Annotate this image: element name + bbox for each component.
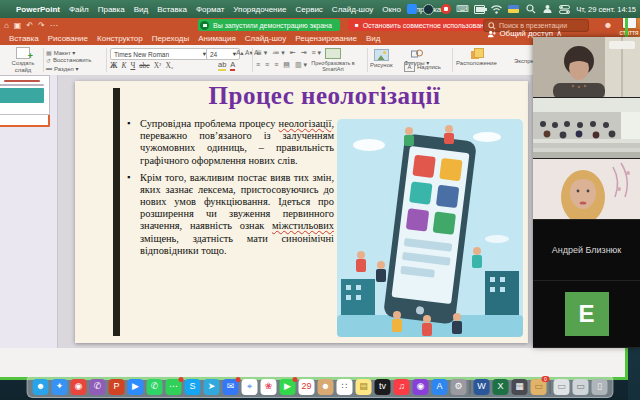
font-size-select[interactable]: 24▾ xyxy=(206,48,240,60)
menubar-item[interactable]: Правка xyxy=(98,5,125,14)
slide-title[interactable]: Процес неологізації xyxy=(127,82,522,110)
menubar-item[interactable]: Вставка xyxy=(157,5,187,14)
menubar-item[interactable]: Сервис xyxy=(295,5,322,14)
dock-app-icon[interactable]: ∷ xyxy=(337,379,353,395)
alignment-button[interactable]: ≡ xyxy=(265,61,269,69)
spotlight-search-icon[interactable] xyxy=(525,4,536,15)
menubar-item[interactable]: Упорядочение xyxy=(233,5,286,14)
dock-app-icon[interactable] xyxy=(470,380,471,394)
menubar-item[interactable]: Файл xyxy=(69,5,89,14)
dock-app-icon[interactable]: ▭ xyxy=(573,379,589,395)
status-circle-icon[interactable] xyxy=(423,4,434,15)
dock-app-icon[interactable]: ⚙ xyxy=(451,379,467,395)
reset-button[interactable]: ↺Восстановить xyxy=(46,57,104,64)
participant-name-tile[interactable]: Андрей Близнюк xyxy=(533,220,640,281)
ribbon-tab[interactable]: Вставка xyxy=(9,34,39,43)
menubar-item[interactable]: Вид xyxy=(134,5,148,14)
menubar-item[interactable]: Формат xyxy=(196,5,224,14)
share-user-icon[interactable]: ☻ xyxy=(600,19,616,31)
menubar-item[interactable]: Окно xyxy=(382,5,401,14)
dock-app-icon[interactable]: W xyxy=(474,379,490,395)
dock-app-icon[interactable]: ✉ xyxy=(223,379,239,395)
ribbon-tab[interactable]: Конструктор xyxy=(97,34,143,43)
dock-app-icon[interactable]: A xyxy=(432,379,448,395)
format-button[interactable]: К xyxy=(121,61,126,70)
dock-app-icon[interactable]: ▭ 0 xyxy=(531,379,547,395)
dock-app-icon[interactable]: ▤ xyxy=(356,379,372,395)
dock-app-icon[interactable]: P xyxy=(109,379,125,395)
format-button[interactable]: Ж xyxy=(110,61,117,70)
dock-app-icon[interactable]: S xyxy=(185,379,201,395)
font-color-button[interactable]: А xyxy=(230,61,235,71)
recording-status-icon[interactable] xyxy=(440,4,451,15)
layout-button[interactable]: ▦Макет ▾ xyxy=(46,49,104,56)
dock-app-icon[interactable]: ❀ xyxy=(261,379,277,395)
alignment-button[interactable]: ≡ xyxy=(256,61,260,69)
app-menu-powerpoint[interactable]: PowerPoint xyxy=(16,5,60,14)
dock-app-icon[interactable]: ✆ xyxy=(90,379,106,395)
qat-button[interactable]: ▣ xyxy=(14,21,22,30)
dock-app-icon[interactable]: tv xyxy=(375,379,391,395)
dock-app-icon[interactable]: ⋯ xyxy=(166,379,182,395)
fast-user-switch-icon[interactable] xyxy=(542,4,553,15)
slide-thumbnail[interactable] xyxy=(0,75,50,115)
participant-avatar-tile[interactable]: E xyxy=(533,281,640,348)
menubar-item[interactable]: Слайд-шоу xyxy=(332,5,373,14)
dock-app-icon[interactable]: X xyxy=(493,379,509,395)
paragraph-button[interactable]: ⇤ xyxy=(290,49,296,57)
dock-app-icon[interactable] xyxy=(550,380,551,394)
highlight-color-button[interactable]: ab xyxy=(218,61,226,71)
dock-app-icon[interactable]: ☻ xyxy=(318,379,334,395)
alignment-button[interactable]: ≡ xyxy=(274,61,278,69)
format-button[interactable]: X² xyxy=(154,61,162,70)
format-button[interactable]: X₂ xyxy=(165,61,173,70)
smartart-button[interactable]: Преобразовать в SmartArt xyxy=(300,45,366,75)
slide-canvas[interactable]: Процес неологізації ▪Супровідна проблема… xyxy=(75,81,528,343)
ukraine-flag-icon[interactable] xyxy=(508,4,519,15)
dock-app-icon[interactable]: ▶ xyxy=(128,379,144,395)
ribbon-tab[interactable]: Анимация xyxy=(198,34,236,43)
ribbon-tab[interactable]: Вид xyxy=(366,34,380,43)
ribbon-tab[interactable]: Рецензирование xyxy=(295,34,357,43)
font-family-select[interactable]: Times New Roman▾ xyxy=(110,48,210,60)
ribbon-tab[interactable]: Слайд-шоу xyxy=(245,34,286,43)
participant-video-blonde-woman[interactable] xyxy=(533,159,640,220)
paragraph-button[interactable]: ≔ ▾ xyxy=(272,49,284,57)
dock-app-icon[interactable]: ✦ xyxy=(52,379,68,395)
dock-app-icon[interactable]: ◉ xyxy=(413,379,429,395)
insert-textbox-button[interactable]: A Надпись xyxy=(404,62,441,72)
dock-app-icon[interactable]: ▯ xyxy=(592,379,608,395)
dock-app-icon[interactable]: ➤ xyxy=(204,379,220,395)
dock-app-icon[interactable]: ▶ xyxy=(280,379,296,395)
dock-app-icon[interactable]: ☻ xyxy=(33,379,49,395)
participant-video-classroom[interactable] xyxy=(533,98,640,159)
arrange-button[interactable]: Расположение xyxy=(456,48,497,66)
new-slide-button[interactable]: Создать слайд xyxy=(4,45,42,75)
dock-app-icon[interactable]: ◉ xyxy=(71,379,87,395)
battery-icon[interactable] xyxy=(474,4,485,15)
dock-app-icon[interactable]: ▦ xyxy=(512,379,528,395)
control-center-icon[interactable] xyxy=(559,4,570,15)
dock-app-icon[interactable]: ✆ xyxy=(147,379,163,395)
alignment-button[interactable]: ▤ xyxy=(283,61,290,69)
stop-sharing-button[interactable]: ■ Остановить совместное использование xyxy=(348,19,499,31)
keyboard-icon[interactable]: ⌨ xyxy=(457,4,468,15)
paragraph-button[interactable]: ≣ ▾ xyxy=(256,49,267,57)
ribbon-tab[interactable]: Переходы xyxy=(152,34,190,43)
format-button[interactable]: Ч xyxy=(130,61,135,70)
slide-body-text[interactable]: ▪Супровідна проблема процесу неологізаці… xyxy=(127,118,334,262)
dock-app-icon[interactable]: ♫ xyxy=(394,379,410,395)
qat-button[interactable]: ↷ xyxy=(38,21,45,30)
insert-picture-button[interactable]: Рисунок xyxy=(370,49,393,68)
menubar-clock[interactable]: Чт, 29 сент. 14:15 xyxy=(576,5,636,14)
qat-button[interactable]: ↶ xyxy=(26,21,33,30)
qat-button[interactable]: ⌂ xyxy=(4,21,9,30)
dock-app-icon[interactable]: ⌖ xyxy=(242,379,258,395)
section-button[interactable]: ▬Раздел ▾ xyxy=(46,65,104,72)
participant-video-speaker[interactable] xyxy=(533,37,640,98)
qat-button[interactable]: ⋯ xyxy=(50,21,58,30)
app-status-icon[interactable] xyxy=(406,4,417,15)
dock-app-icon[interactable]: ▭ xyxy=(554,379,570,395)
wifi-icon[interactable] xyxy=(491,4,502,15)
ribbon-tab[interactable]: Рисование xyxy=(48,34,88,43)
